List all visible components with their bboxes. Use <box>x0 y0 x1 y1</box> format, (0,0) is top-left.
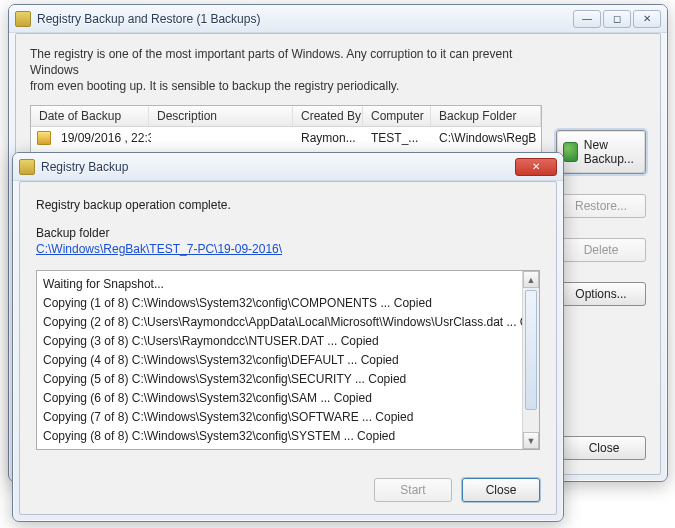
col-date[interactable]: Date of Backup <box>31 106 149 126</box>
table-row[interactable]: 19/09/2016 , 22:33 Raymon... TEST_... C:… <box>31 127 541 149</box>
delete-button[interactable]: Delete <box>556 238 646 262</box>
start-button: Start <box>374 478 452 502</box>
app-icon <box>15 11 31 27</box>
log-scrollbar[interactable]: ▲ ▼ <box>522 271 539 449</box>
options-label: Options... <box>575 287 626 301</box>
minimize-button[interactable]: — <box>573 10 601 28</box>
log-line: Copying (6 of 8) C:\Windows\System32\con… <box>43 389 533 408</box>
col-computer[interactable]: Computer <box>363 106 431 126</box>
restore-label: Restore... <box>575 199 627 213</box>
log-line: Copying (3 of 8) C:\Users\Raymondcc\NTUS… <box>43 332 533 351</box>
backup-folder-label: Backup folder <box>36 226 540 240</box>
col-created-by[interactable]: Created By <box>293 106 363 126</box>
sidebar-buttons: New Backup... Restore... Delete Options.… <box>556 130 646 306</box>
scroll-down-icon[interactable]: ▼ <box>523 432 539 449</box>
maximize-button[interactable]: ◻ <box>603 10 631 28</box>
main-close-row: Close <box>562 436 646 460</box>
log-line: Copying (4 of 8) C:\Windows\System32\con… <box>43 351 533 370</box>
col-desc[interactable]: Description <box>149 106 293 126</box>
cell-created-by: Raymon... <box>293 129 363 147</box>
dialog-message: Registry backup operation complete. <box>36 198 540 212</box>
scroll-thumb[interactable] <box>525 290 537 410</box>
dialog-titlebar[interactable]: Registry Backup ✕ <box>13 153 563 181</box>
cell-desc <box>151 136 293 140</box>
intro-line1: The registry is one of the most importan… <box>30 47 512 77</box>
window-controls: — ◻ ✕ <box>573 10 661 28</box>
dialog-close-label: Close <box>486 483 517 497</box>
log-box: Waiting for Snapshot... Copying (1 of 8)… <box>36 270 540 450</box>
new-backup-label: New Backup... <box>584 138 639 167</box>
scroll-up-icon[interactable]: ▲ <box>523 271 539 288</box>
log-line: Copying (2 of 8) C:\Users\Raymondcc\AppD… <box>43 313 533 332</box>
log-line: Copying (7 of 8) C:\Windows\System32\con… <box>43 408 533 427</box>
main-title: Registry Backup and Restore (1 Backups) <box>37 12 260 26</box>
dialog-app-icon <box>19 159 35 175</box>
cell-computer: TEST_... <box>363 129 431 147</box>
new-backup-button[interactable]: New Backup... <box>556 130 646 174</box>
log-line: Copying (5 of 8) C:\Windows\System32\con… <box>43 370 533 389</box>
start-label: Start <box>400 483 425 497</box>
dialog-buttons: Start Close <box>374 478 540 502</box>
intro-text: The registry is one of the most importan… <box>30 46 542 95</box>
dialog-close-x[interactable]: ✕ <box>515 158 557 176</box>
close-window-button[interactable]: ✕ <box>633 10 661 28</box>
dialog-title: Registry Backup <box>41 160 128 174</box>
new-backup-icon <box>563 142 578 162</box>
delete-label: Delete <box>584 243 619 257</box>
dialog-close-button[interactable]: Close <box>462 478 540 502</box>
log-line: Copying (8 of 8) C:\Windows\System32\con… <box>43 427 533 446</box>
main-close-label: Close <box>589 441 620 455</box>
col-folder[interactable]: Backup Folder <box>431 106 541 126</box>
main-titlebar[interactable]: Registry Backup and Restore (1 Backups) … <box>9 5 667 33</box>
cell-folder: C:\Windows\RegB <box>431 129 541 147</box>
intro-line2: from even booting up. It is sensible to … <box>30 79 399 93</box>
backup-folder-link[interactable]: C:\Windows\RegBak\TEST_7-PC\19-09-2016\ <box>36 242 282 256</box>
cell-date: 19/09/2016 , 22:33 <box>53 129 151 147</box>
log-line: Waiting for Snapshot... <box>43 275 533 294</box>
main-close-button[interactable]: Close <box>562 436 646 460</box>
dialog-client: Registry backup operation complete. Back… <box>19 181 557 515</box>
scroll-track[interactable] <box>523 288 539 432</box>
restore-button[interactable]: Restore... <box>556 194 646 218</box>
dialog-controls: ✕ <box>515 158 557 176</box>
log-line: Copying (1 of 8) C:\Windows\System32\con… <box>43 294 533 313</box>
listview-header: Date of Backup Description Created By Co… <box>31 106 541 127</box>
options-button[interactable]: Options... <box>556 282 646 306</box>
backup-row-icon <box>37 131 51 145</box>
dialog-window: Registry Backup ✕ Registry backup operat… <box>12 152 564 522</box>
